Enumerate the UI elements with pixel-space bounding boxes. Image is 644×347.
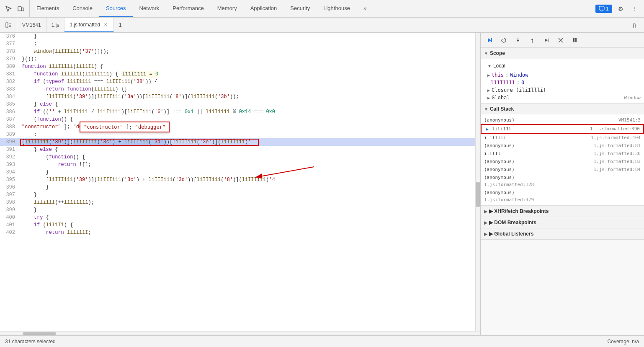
tab-application[interactable]: Application	[244, 0, 284, 17]
code-view-row: 376 } 377 ; 378 window[liIIIi11('37')]()…	[0, 33, 480, 331]
call-stack-item-anon-128[interactable]: (anonymous) 1.js:formatted:128	[481, 174, 644, 189]
code-line-379: 379 }());	[0, 55, 475, 63]
code-line-385: 385 } else {	[0, 101, 475, 108]
tooltip-container: 388 "constructor" ]; "debugger" "constru…	[0, 123, 475, 131]
file-tab-1[interactable]: 1	[114, 18, 127, 32]
h-scrollbar-thumb[interactable]	[23, 332, 56, 335]
this-scope-item[interactable]: ▶ this : Window	[481, 71, 644, 79]
tab-elements[interactable]: Elements	[30, 0, 66, 17]
closure-scope[interactable]: ▶ Closure (iliIllli)	[481, 86, 644, 94]
scope-header[interactable]: ▼ Scope	[481, 48, 644, 59]
code-line-383: 383 return function(lllI1li) {}	[0, 85, 475, 93]
global-scope[interactable]: ▶ Global Window	[481, 94, 644, 101]
format-icon[interactable]: {}	[631, 20, 641, 30]
selection-status: 31 characters selected	[5, 339, 56, 344]
dom-breakpoints-header[interactable]: ▶ ▶ DOM Breakpoints	[481, 217, 644, 228]
call-stack-item-0[interactable]: (anonymous) VM1541:3	[481, 116, 644, 124]
tab-more[interactable]: »	[357, 0, 373, 17]
tab-sources[interactable]: Sources	[99, 0, 133, 17]
code-content[interactable]: 376 } 377 ; 378 window[liIIIi11('37')]()…	[0, 33, 475, 331]
deactivate-breakpoints-btn[interactable]	[555, 35, 566, 46]
step-out-btn[interactable]	[527, 35, 538, 46]
code-line-400: 400 try {	[0, 214, 475, 221]
call-stack-item-lili11l[interactable]: ► lili11l 1.js:formatted:390	[481, 124, 644, 134]
call-stack-header[interactable]: ▼ Call Stack	[481, 104, 644, 114]
svg-marker-10	[488, 38, 491, 42]
call-stack-item-anon-84[interactable]: (anonymous) 1.js:formatted:84	[481, 166, 644, 174]
file-tabs: VM1541 1.js 1.js:formatted ✕ 1	[17, 18, 627, 32]
tab-lighthouse[interactable]: Lighthouse	[317, 0, 357, 17]
code-line-386: 386 if (('' + l11I1111 / l11I1111)[liIII…	[0, 108, 475, 116]
call-stack-section: ▼ Call Stack (anonymous) VM1541:3 ► lili…	[481, 104, 644, 206]
global-listeners-header[interactable]: ▶ ▶ Global Listeners	[481, 228, 644, 239]
svg-rect-20	[573, 38, 574, 42]
code-line-376: 376 }	[0, 33, 475, 40]
horizontal-scrollbar[interactable]	[0, 331, 480, 335]
code-line-402: 402 return lili11I;	[0, 229, 475, 236]
step-btn[interactable]	[541, 35, 552, 46]
step-into-btn[interactable]	[513, 35, 523, 46]
call-stack-item-anon-83[interactable]: (anonymous) 1.js:formatted:83	[481, 158, 644, 166]
code-editor: 376 } 377 ; 378 window[liIIIi11('37')]()…	[0, 33, 481, 335]
scrollbar-thumb[interactable]	[476, 182, 480, 207]
more-options-button[interactable]: ⋮	[629, 3, 641, 15]
call-stack-item-anon-81[interactable]: (anonymous) 1.js:formatted:81	[481, 142, 644, 150]
local-header[interactable]: ▼ Local	[481, 60, 644, 71]
svg-rect-2	[599, 6, 604, 10]
xhr-breakpoints-section: ▶ ▶ XHR/fetch Breakpoints	[481, 206, 644, 217]
file-tab-close-icon[interactable]: ✕	[103, 22, 108, 28]
main-area: 376 } 377 ; 378 window[liIIIi11('37')]()…	[0, 33, 644, 335]
nav-tabs: Elements Console Sources Network Perform…	[30, 0, 592, 17]
coverage-status: Coverage: n/a	[608, 339, 639, 344]
global-listeners-section: ▶ ▶ Global Listeners	[481, 228, 644, 240]
tab-performance[interactable]: Performance	[166, 0, 210, 17]
code-line-393: 393 return ![];	[0, 161, 475, 168]
chat-badge-button[interactable]: 1	[595, 5, 612, 13]
code-line-401: 401 if (lil1I1) {	[0, 221, 475, 229]
xhr-breakpoints-header[interactable]: ▶ ▶ XHR/fetch Breakpoints	[481, 206, 644, 217]
file-tab-1js-formatted[interactable]: 1.js:formatted ✕	[64, 18, 114, 32]
pause-on-exception-btn[interactable]	[498, 35, 509, 46]
code-line-388: 388 "constructor" ]; "debugger"	[0, 123, 475, 131]
file-tab-vm1541[interactable]: VM1541	[17, 18, 46, 32]
code-line-382: 382 if (typeof l11I1111 === liIIIi11('38…	[0, 78, 475, 85]
device-toolbar-icon[interactable]	[16, 4, 26, 14]
call-stack-item-illllll[interactable]: illlll 1.js:formatted:30	[481, 150, 644, 158]
file-tab-1js[interactable]: 1.js	[46, 18, 65, 32]
debug-controls	[481, 33, 644, 48]
file-toolbar-right: {}	[627, 18, 644, 32]
right-panel: ▼ Scope ▼ Local ▶ this : Window l11I1111…	[481, 33, 644, 335]
tab-console[interactable]: Console	[66, 0, 99, 17]
status-bar: 31 characters selected Coverage: n/a	[0, 335, 644, 347]
tab-memory[interactable]: Memory	[211, 0, 244, 17]
code-line-399: 399 }	[0, 206, 475, 214]
tab-network[interactable]: Network	[133, 0, 166, 17]
call-stack-item-ilil1lli[interactable]: ilil1lli 1.js:formatted:404	[481, 134, 644, 142]
file-toolbar: VM1541 1.js 1.js:formatted ✕ 1 {}	[0, 18, 644, 33]
var-l11i1111: l11I1111 : 0	[481, 79, 644, 86]
vertical-scrollbar[interactable]	[475, 33, 480, 331]
code-line-394: 394 }	[0, 168, 475, 176]
svg-rect-0	[18, 7, 21, 11]
code-line-378: 378 window[liIIIi11('37')]();	[0, 48, 475, 55]
svg-rect-3	[6, 23, 8, 28]
call-stack-item-anon-379[interactable]: (anonymous) 1.js:formatted:379	[481, 189, 644, 204]
settings-button[interactable]: ⚙	[615, 3, 626, 15]
code-line-381: 381 function lilil1I(l11I1111) { l11I111…	[0, 70, 475, 78]
show-navigator-icon[interactable]	[3, 20, 13, 30]
svg-rect-11	[491, 38, 492, 42]
inspect-icon[interactable]	[3, 4, 13, 14]
toolbar-icons	[0, 0, 30, 17]
tooltip-popup: "constructor" ]; "debugger"	[80, 122, 170, 132]
scope-section: ▼ Scope ▼ Local ▶ this : Window l11I1111…	[481, 48, 644, 104]
svg-marker-16	[531, 39, 533, 40]
code-line-384: 384 [liIIIi11('39')](liIIIi11('3a'))[liI…	[0, 93, 475, 101]
pause-on-exceptions-btn[interactable]	[569, 35, 580, 46]
svg-marker-12	[502, 39, 503, 41]
call-stack-body: (anonymous) VM1541:3 ► lili11l 1.js:form…	[481, 114, 644, 205]
resume-button[interactable]	[484, 35, 495, 46]
line-390-container: 390 [liIIIi11('39')](liIIIi11('3c') + li…	[0, 138, 475, 146]
tab-security[interactable]: Security	[283, 0, 317, 17]
svg-marker-14	[517, 40, 519, 42]
code-line-392: 392 (function() {	[0, 153, 475, 161]
